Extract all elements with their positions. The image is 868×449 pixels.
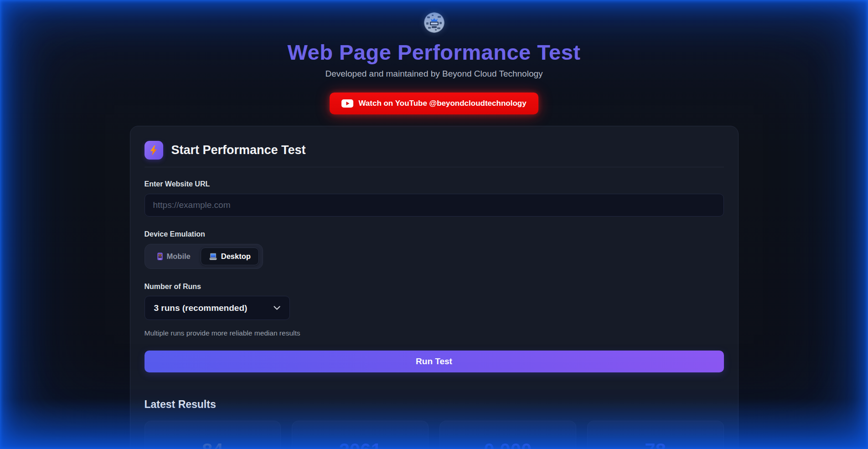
device-option-mobile-label: Mobile [167,252,191,261]
device-emulation-toggle: Mobile Deskto [145,244,263,269]
mobile-phone-icon [157,253,163,260]
device-option-desktop[interactable]: Desktop [201,248,259,265]
performance-test-card: Start Performance Test Enter Website URL… [130,126,739,449]
metric-card: 78 [587,421,724,449]
lightning-bolt-icon [145,141,163,160]
youtube-play-icon [341,99,353,108]
metric-card: 84 [145,421,281,449]
latest-results-heading: Latest Results [145,398,724,411]
metric-card: 2061 [292,421,429,449]
card-header: Start Performance Test [145,141,724,160]
device-option-desktop-label: Desktop [221,252,251,261]
hero-section: Web Page Performance Test Developed and … [0,0,868,114]
device-emulation-label: Device Emulation [145,230,724,238]
site-logo-icon [424,12,444,33]
number-of-runs-group: Number of Runs 3 runs (recommended) Mult… [145,283,724,337]
page-title: Web Page Performance Test [0,40,868,65]
metric-value: 84 [202,439,223,449]
runs-select[interactable]: 3 runs (recommended) [145,296,290,320]
latest-results-grid: 84 2061 0.000 78 [145,421,724,449]
runs-help-text: Multiple runs provide more reliable medi… [145,329,724,337]
run-test-button[interactable]: Run Test [145,351,724,372]
chevron-down-icon [274,306,280,310]
card-title: Start Performance Test [171,143,306,157]
page-subtitle: Developed and maintained by Beyond Cloud… [0,69,868,79]
device-emulation-group: Device Emulation Mobile [145,230,724,269]
header-divider [145,167,724,167]
number-of-runs-label: Number of Runs [145,283,724,291]
youtube-button-label: Watch on YouTube @beyondcloudtechnology [358,99,526,108]
url-field-group: Enter Website URL [145,180,724,217]
metric-value: 78 [645,439,666,449]
website-url-input[interactable] [145,194,724,217]
metric-value: 0.000 [484,439,532,449]
watch-on-youtube-button[interactable]: Watch on YouTube @beyondcloudtechnology [330,93,538,114]
runs-select-value: 3 runs (recommended) [154,303,248,313]
laptop-icon [209,253,217,260]
metric-card: 0.000 [439,421,576,449]
url-field-label: Enter Website URL [145,180,724,188]
device-option-mobile[interactable]: Mobile [149,248,199,265]
metric-value: 2061 [339,439,381,449]
